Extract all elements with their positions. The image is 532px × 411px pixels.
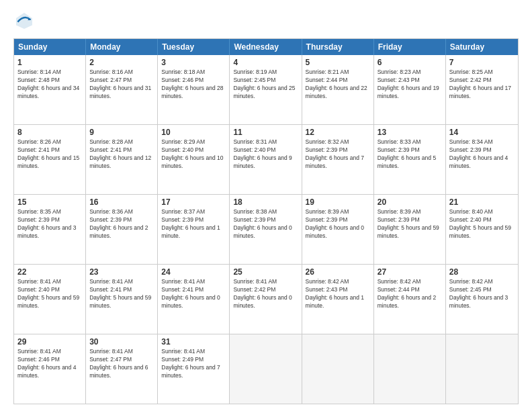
day-number: 30	[89, 337, 154, 347]
calendar: SundayMondayTuesdayWednesdayThursdayFrid…	[13, 38, 519, 404]
day-number: 4	[233, 58, 298, 67]
calendar-cell: 17Sunrise: 8:37 AM Sunset: 2:39 PM Dayli…	[158, 195, 230, 264]
day-number: 23	[89, 267, 154, 277]
day-header-monday: Monday	[86, 39, 158, 55]
cell-info: Sunrise: 8:42 AM Sunset: 2:43 PM Dayligh…	[306, 278, 370, 310]
calendar-cell: 2Sunrise: 8:16 AM Sunset: 2:47 PM Daylig…	[86, 55, 158, 124]
page: SundayMondayTuesdayWednesdayThursdayFrid…	[0, 0, 532, 411]
calendar-cell: 5Sunrise: 8:21 AM Sunset: 2:44 PM Daylig…	[302, 55, 374, 124]
day-number: 18	[233, 197, 298, 207]
calendar-cell: 15Sunrise: 8:35 AM Sunset: 2:39 PM Dayli…	[14, 195, 86, 264]
day-number: 10	[161, 128, 226, 137]
cell-info: Sunrise: 8:29 AM Sunset: 2:40 PM Dayligh…	[161, 138, 226, 171]
day-number: 21	[449, 197, 515, 207]
day-number: 29	[17, 337, 82, 347]
day-number: 13	[378, 128, 442, 137]
cell-info: Sunrise: 8:19 AM Sunset: 2:45 PM Dayligh…	[233, 68, 298, 101]
calendar-body: 1Sunrise: 8:14 AM Sunset: 2:48 PM Daylig…	[14, 55, 518, 404]
calendar-cell: 25Sunrise: 8:41 AM Sunset: 2:42 PM Dayli…	[230, 265, 302, 334]
day-header-saturday: Saturday	[446, 39, 518, 55]
calendar-cell: 31Sunrise: 8:41 AM Sunset: 2:49 PM Dayli…	[158, 334, 230, 404]
calendar-cell: 24Sunrise: 8:41 AM Sunset: 2:41 PM Dayli…	[158, 265, 230, 334]
cell-info: Sunrise: 8:21 AM Sunset: 2:44 PM Dayligh…	[306, 68, 370, 101]
calendar-cell: 6Sunrise: 8:23 AM Sunset: 2:43 PM Daylig…	[374, 55, 446, 124]
calendar-row: 1Sunrise: 8:14 AM Sunset: 2:48 PM Daylig…	[14, 55, 518, 125]
cell-info: Sunrise: 8:28 AM Sunset: 2:41 PM Dayligh…	[89, 138, 154, 171]
calendar-cell: 8Sunrise: 8:26 AM Sunset: 2:41 PM Daylig…	[14, 125, 86, 194]
calendar-cell: 1Sunrise: 8:14 AM Sunset: 2:48 PM Daylig…	[14, 55, 86, 124]
day-number: 3	[161, 58, 226, 67]
cell-info: Sunrise: 8:25 AM Sunset: 2:42 PM Dayligh…	[449, 68, 515, 101]
cell-info: Sunrise: 8:33 AM Sunset: 2:39 PM Dayligh…	[378, 138, 442, 171]
calendar-cell: 20Sunrise: 8:39 AM Sunset: 2:39 PM Dayli…	[374, 195, 446, 264]
calendar-cell: 9Sunrise: 8:28 AM Sunset: 2:41 PM Daylig…	[86, 125, 158, 194]
calendar-cell: 22Sunrise: 8:41 AM Sunset: 2:40 PM Dayli…	[14, 265, 86, 334]
day-header-sunday: Sunday	[14, 39, 86, 55]
calendar-cell: 13Sunrise: 8:33 AM Sunset: 2:39 PM Dayli…	[374, 125, 446, 194]
calendar-cell: 19Sunrise: 8:39 AM Sunset: 2:39 PM Dayli…	[302, 195, 374, 264]
calendar-header: SundayMondayTuesdayWednesdayThursdayFrid…	[14, 39, 518, 55]
cell-info: Sunrise: 8:16 AM Sunset: 2:47 PM Dayligh…	[89, 68, 154, 101]
day-header-wednesday: Wednesday	[230, 39, 302, 55]
logo	[13, 10, 39, 32]
day-header-friday: Friday	[374, 39, 446, 55]
calendar-cell	[446, 334, 518, 404]
day-number: 7	[449, 58, 515, 67]
calendar-cell: 26Sunrise: 8:42 AM Sunset: 2:43 PM Dayli…	[302, 265, 374, 334]
calendar-cell: 23Sunrise: 8:41 AM Sunset: 2:41 PM Dayli…	[86, 265, 158, 334]
cell-info: Sunrise: 8:31 AM Sunset: 2:40 PM Dayligh…	[233, 138, 298, 171]
calendar-row: 22Sunrise: 8:41 AM Sunset: 2:40 PM Dayli…	[14, 265, 518, 334]
cell-info: Sunrise: 8:41 AM Sunset: 2:40 PM Dayligh…	[17, 278, 82, 310]
day-number: 6	[378, 58, 442, 67]
day-number: 16	[89, 197, 154, 207]
calendar-cell: 21Sunrise: 8:40 AM Sunset: 2:40 PM Dayli…	[446, 195, 518, 264]
day-number: 11	[233, 128, 298, 137]
cell-info: Sunrise: 8:41 AM Sunset: 2:41 PM Dayligh…	[161, 278, 226, 310]
cell-info: Sunrise: 8:41 AM Sunset: 2:41 PM Dayligh…	[89, 278, 154, 310]
day-number: 27	[378, 267, 442, 277]
calendar-cell: 11Sunrise: 8:31 AM Sunset: 2:40 PM Dayli…	[230, 125, 302, 194]
day-number: 5	[306, 58, 370, 67]
day-number: 12	[306, 128, 370, 137]
cell-info: Sunrise: 8:37 AM Sunset: 2:39 PM Dayligh…	[161, 208, 226, 240]
calendar-cell: 3Sunrise: 8:18 AM Sunset: 2:46 PM Daylig…	[158, 55, 230, 124]
day-number: 24	[161, 267, 226, 277]
calendar-cell: 16Sunrise: 8:36 AM Sunset: 2:39 PM Dayli…	[86, 195, 158, 264]
day-number: 19	[306, 197, 370, 207]
calendar-cell	[302, 334, 374, 404]
day-number: 2	[89, 58, 154, 67]
calendar-cell: 7Sunrise: 8:25 AM Sunset: 2:42 PM Daylig…	[446, 55, 518, 124]
cell-info: Sunrise: 8:26 AM Sunset: 2:41 PM Dayligh…	[17, 138, 82, 171]
day-number: 14	[449, 128, 515, 137]
cell-info: Sunrise: 8:38 AM Sunset: 2:39 PM Dayligh…	[233, 208, 298, 240]
day-number: 25	[233, 267, 298, 277]
calendar-cell	[374, 334, 446, 404]
cell-info: Sunrise: 8:32 AM Sunset: 2:39 PM Dayligh…	[306, 138, 370, 171]
day-number: 17	[161, 197, 226, 207]
cell-info: Sunrise: 8:23 AM Sunset: 2:43 PM Dayligh…	[378, 68, 442, 101]
cell-info: Sunrise: 8:41 AM Sunset: 2:49 PM Dayligh…	[161, 348, 226, 380]
day-number: 20	[378, 197, 442, 207]
day-number: 1	[17, 58, 82, 67]
cell-info: Sunrise: 8:42 AM Sunset: 2:44 PM Dayligh…	[378, 278, 442, 310]
calendar-cell: 4Sunrise: 8:19 AM Sunset: 2:45 PM Daylig…	[230, 55, 302, 124]
calendar-row: 29Sunrise: 8:41 AM Sunset: 2:46 PM Dayli…	[14, 334, 518, 404]
cell-info: Sunrise: 8:35 AM Sunset: 2:39 PM Dayligh…	[17, 208, 82, 240]
day-header-thursday: Thursday	[302, 39, 374, 55]
calendar-cell	[230, 334, 302, 404]
cell-info: Sunrise: 8:18 AM Sunset: 2:46 PM Dayligh…	[161, 68, 226, 101]
cell-info: Sunrise: 8:41 AM Sunset: 2:46 PM Dayligh…	[17, 348, 82, 380]
calendar-cell: 29Sunrise: 8:41 AM Sunset: 2:46 PM Dayli…	[14, 334, 86, 404]
cell-info: Sunrise: 8:41 AM Sunset: 2:47 PM Dayligh…	[89, 348, 154, 380]
day-number: 26	[306, 267, 370, 277]
cell-info: Sunrise: 8:36 AM Sunset: 2:39 PM Dayligh…	[89, 208, 154, 240]
cell-info: Sunrise: 8:39 AM Sunset: 2:39 PM Dayligh…	[306, 208, 370, 240]
cell-info: Sunrise: 8:39 AM Sunset: 2:39 PM Dayligh…	[378, 208, 442, 240]
calendar-cell: 12Sunrise: 8:32 AM Sunset: 2:39 PM Dayli…	[302, 125, 374, 194]
calendar-cell: 14Sunrise: 8:34 AM Sunset: 2:39 PM Dayli…	[446, 125, 518, 194]
day-number: 8	[17, 128, 82, 137]
calendar-row: 8Sunrise: 8:26 AM Sunset: 2:41 PM Daylig…	[14, 125, 518, 195]
cell-info: Sunrise: 8:42 AM Sunset: 2:45 PM Dayligh…	[449, 278, 515, 310]
day-number: 31	[161, 337, 226, 347]
cell-info: Sunrise: 8:34 AM Sunset: 2:39 PM Dayligh…	[449, 138, 515, 171]
